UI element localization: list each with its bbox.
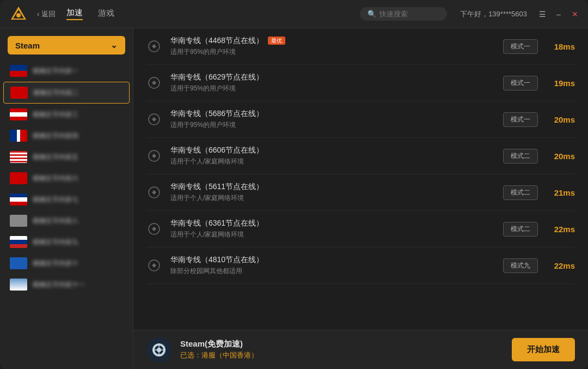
server-info-4: 华南专线（5611节点在线）适用于个人/家庭网络环境 — [170, 182, 494, 203]
chevron-down-icon: ⌄ — [111, 40, 118, 50]
server-desc-6: 除部分校园网其他都适用 — [170, 267, 494, 276]
server-row-1: 华南专线（6629节点在线）适用于95%的用户环境模式一19ms — [146, 65, 575, 101]
steam-icon — [146, 337, 171, 362]
server-icon-6 — [146, 258, 162, 273]
start-button[interactable]: 开始加速 — [512, 338, 575, 361]
server-desc-5: 适用于个人/家庭网络环境 — [170, 230, 494, 239]
flag-3 — [10, 130, 27, 142]
mode-button-2[interactable]: 模式一 — [503, 112, 538, 127]
sidebar-item-5[interactable]: 模糊文字内容六 — [3, 168, 130, 189]
nav-accelerate[interactable]: 加速 — [66, 8, 83, 20]
server-icon-2 — [146, 112, 162, 127]
ping-0: 18ms — [547, 42, 575, 51]
sidebar-dropdown-label: Steam — [15, 41, 40, 50]
server-info-1: 华南专线（6629节点在线）适用于95%的用户环境 — [170, 72, 494, 93]
bottom-selected: 已选：港服（中国香港） — [180, 350, 503, 360]
ping-1: 19ms — [547, 78, 575, 88]
ping-4: 21ms — [547, 188, 575, 197]
flag-8 — [10, 236, 27, 248]
ping-6: 22ms — [547, 261, 575, 270]
sidebar-item-2[interactable]: 模糊文字内容三 — [3, 104, 130, 125]
server-info-0: 华南专线（4468节点在线）最优适用于95%的用户环境 — [170, 36, 494, 57]
nav-games[interactable]: 游戏 — [98, 8, 114, 20]
main-nav: 加速 游戏 — [66, 8, 114, 20]
ping-5: 22ms — [547, 225, 575, 234]
sidebar-list: 模糊文字内容一模糊文字内容二模糊文字内容三模糊文字内容四模糊文字内容五模糊文字内… — [0, 60, 133, 369]
flag-5 — [10, 172, 27, 184]
sidebar-item-label-0: 模糊文字内容一 — [33, 66, 123, 76]
window-controls: ☰ – ✕ — [538, 10, 579, 19]
server-row-3: 华南专线（6606节点在线）适用于个人/家庭网络环境模式二20ms — [146, 138, 575, 174]
mode-button-5[interactable]: 模式二 — [503, 222, 538, 237]
mode-button-6[interactable]: 模式九 — [503, 258, 538, 273]
bottom-title: Steam(免费加速) — [180, 339, 503, 349]
svg-point-12 — [157, 348, 161, 352]
sidebar-item-9[interactable]: 模糊文字内容十 — [3, 253, 130, 274]
back-button[interactable]: ‹ 返回 — [37, 9, 56, 19]
mode-button-4[interactable]: 模式二 — [503, 185, 538, 200]
ping-2: 20ms — [547, 115, 575, 124]
server-icon-1 — [146, 75, 162, 90]
sidebar-item-label-4: 模糊文字内容五 — [33, 153, 123, 162]
server-row-2: 华南专线（5686节点在线）适用于95%的用户环境模式一20ms — [146, 101, 575, 138]
server-info-3: 华南专线（6606节点在线）适用于个人/家庭网络环境 — [170, 146, 494, 166]
sidebar-item-label-9: 模糊文字内容十 — [33, 259, 123, 268]
server-name-0: 华南专线（4468节点在线）最优 — [170, 36, 494, 46]
server-desc-1: 适用于95%的用户环境 — [170, 84, 494, 93]
sidebar-item-label-8: 模糊文字内容九 — [33, 238, 123, 247]
server-desc-0: 适用于95%的用户环境 — [170, 47, 494, 57]
sidebar-item-4[interactable]: 模糊文字内容五 — [3, 147, 130, 167]
server-row-0: 华南专线（4468节点在线）最优适用于95%的用户环境模式一18ms — [146, 28, 575, 65]
search-icon: 🔍 — [367, 10, 376, 18]
menu-icon[interactable]: ☰ — [538, 10, 547, 19]
flag-2 — [10, 108, 27, 120]
server-name-2: 华南专线（5686节点在线） — [170, 109, 494, 119]
server-info-2: 华南专线（5686节点在线）适用于95%的用户环境 — [170, 109, 494, 130]
server-desc-3: 适用于个人/家庭网络环境 — [170, 157, 494, 166]
content-area: 华南专线（4468节点在线）最优适用于95%的用户环境模式一18ms华南专线（6… — [133, 28, 588, 369]
server-name-6: 华南专线（4810节点在线） — [170, 255, 494, 265]
flag-9 — [10, 257, 27, 269]
server-icon-0 — [146, 39, 162, 54]
sidebar: Steam ⌄ 模糊文字内容一模糊文字内容二模糊文字内容三模糊文字内容四模糊文字… — [0, 28, 133, 369]
best-badge-0: 最优 — [268, 37, 285, 45]
search-box[interactable]: 🔍 — [360, 7, 447, 21]
server-info-5: 华南专线（6361节点在线）适用于个人/家庭网络环境 — [170, 219, 494, 239]
mode-button-3[interactable]: 模式二 — [503, 149, 538, 164]
back-chevron-icon: ‹ — [37, 10, 39, 18]
sidebar-item-1[interactable]: 模糊文字内容二 — [3, 82, 130, 104]
sidebar-dropdown[interactable]: Steam ⌄ — [8, 36, 125, 55]
sidebar-item-10[interactable]: 模糊文字内容十一 — [3, 274, 130, 295]
sidebar-item-7[interactable]: 模糊文字内容八 — [3, 210, 130, 231]
sidebar-item-0[interactable]: 模糊文字内容一 — [3, 61, 130, 81]
server-row-4: 华南专线（5611节点在线）适用于个人/家庭网络环境模式二21ms — [146, 174, 575, 211]
server-row-6: 华南专线（4810节点在线）除部分校园网其他都适用模式九22ms — [146, 247, 575, 284]
server-name-3: 华南专线（6606节点在线） — [170, 146, 494, 155]
mode-button-1[interactable]: 模式一 — [503, 76, 538, 90]
sidebar-item-label-6: 模糊文字内容七 — [33, 195, 123, 204]
greeting-text: 下午好，139****5603 — [460, 9, 527, 19]
sidebar-item-8[interactable]: 模糊文字内容九 — [3, 232, 130, 252]
server-icon-3 — [146, 148, 162, 164]
sidebar-item-label-3: 模糊文字内容四 — [33, 131, 123, 141]
sidebar-item-label-10: 模糊文字内容十一 — [33, 280, 123, 289]
sidebar-item-6[interactable]: 模糊文字内容七 — [3, 189, 130, 210]
server-desc-4: 适用于个人/家庭网络环境 — [170, 193, 494, 203]
minimize-button[interactable]: – — [554, 10, 563, 19]
ping-3: 20ms — [547, 152, 575, 161]
sidebar-item-label-1: 模糊文字内容二 — [33, 88, 122, 98]
mode-button-0[interactable]: 模式一 — [503, 39, 538, 54]
sidebar-item-label-2: 模糊文字内容三 — [33, 110, 123, 119]
search-input[interactable] — [379, 10, 439, 18]
sidebar-item-label-5: 模糊文字内容六 — [33, 174, 123, 183]
close-button[interactable]: ✕ — [571, 10, 579, 19]
app-logo — [9, 4, 28, 24]
server-desc-2: 适用于95%的用户环境 — [170, 120, 494, 130]
server-name-4: 华南专线（5611节点在线） — [170, 182, 494, 192]
svg-point-2 — [16, 13, 21, 17]
back-label: 返回 — [41, 9, 56, 19]
flag-0 — [10, 65, 27, 77]
server-info-6: 华南专线（4810节点在线）除部分校园网其他都适用 — [170, 255, 494, 276]
sidebar-item-label-7: 模糊文字内容八 — [33, 216, 123, 226]
sidebar-item-3[interactable]: 模糊文字内容四 — [3, 125, 130, 146]
